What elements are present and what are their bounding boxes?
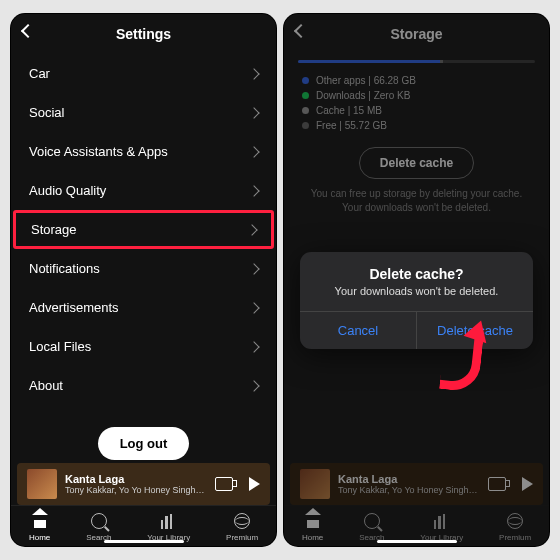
delete-cache-dialog: Delete cache? Your downloads won't be de… — [300, 252, 533, 349]
legend-item: Cache | 15 MB — [284, 103, 549, 118]
chevron-right-icon — [248, 185, 259, 196]
settings-row-audio-quality[interactable]: Audio Quality — [11, 171, 276, 210]
search-icon — [90, 512, 108, 530]
chevron-right-icon — [248, 263, 259, 274]
play-icon[interactable] — [522, 477, 533, 491]
legend-item: Downloads | Zero KB — [284, 88, 549, 103]
row-label: Advertisements — [29, 300, 119, 315]
nav-your-library[interactable]: Your Library — [147, 512, 190, 542]
chevron-right-icon — [246, 224, 257, 235]
home-icon — [31, 512, 49, 530]
row-label: Storage — [31, 222, 77, 237]
legend-item: Other apps | 66.28 GB — [284, 73, 549, 88]
dialog-cancel-button[interactable]: Cancel — [300, 312, 417, 349]
legend-text: Other apps | 66.28 GB — [316, 75, 416, 86]
legend-dot — [302, 122, 309, 129]
cache-note: You can free up storage by deleting your… — [284, 187, 549, 215]
header: Settings — [11, 14, 276, 54]
row-label: Local Files — [29, 339, 91, 354]
row-label: Social — [29, 105, 64, 120]
chevron-right-icon — [248, 146, 259, 157]
your-library-icon — [433, 512, 451, 530]
legend-dot — [302, 77, 309, 84]
track-title: Kanta Laga — [65, 473, 207, 485]
play-icon[interactable] — [249, 477, 260, 491]
now-playing-bar[interactable]: Kanta Laga Tony Kakkar, Yo Yo Honey Sing… — [290, 463, 543, 505]
dialog-title: Delete cache? — [300, 252, 533, 285]
chevron-right-icon — [248, 68, 259, 79]
storage-bar — [298, 60, 535, 63]
settings-row-about[interactable]: About — [11, 366, 276, 405]
header: Storage — [284, 14, 549, 54]
row-label: About — [29, 378, 63, 393]
page-title: Storage — [390, 26, 442, 42]
home-indicator — [377, 540, 457, 544]
row-label: Audio Quality — [29, 183, 106, 198]
row-label: Notifications — [29, 261, 100, 276]
premium-icon — [233, 512, 251, 530]
now-playing-bar[interactable]: Kanta Laga Tony Kakkar, Yo Yo Honey Sing… — [17, 463, 270, 505]
legend-text: Downloads | Zero KB — [316, 90, 410, 101]
settings-row-car[interactable]: Car — [11, 54, 276, 93]
chevron-right-icon — [248, 107, 259, 118]
logout-button[interactable]: Log out — [98, 427, 190, 460]
nav-label: Premium — [499, 533, 531, 542]
chevron-left-icon — [21, 24, 35, 38]
legend-dot — [302, 92, 309, 99]
album-art — [27, 469, 57, 499]
back-button[interactable] — [23, 26, 33, 36]
track-title: Kanta Laga — [338, 473, 480, 485]
album-art — [300, 469, 330, 499]
track-artist: Tony Kakkar, Yo Yo Honey Singh, Neha Ka — [338, 485, 480, 495]
legend-dot — [302, 107, 309, 114]
devices-icon[interactable] — [215, 477, 233, 491]
track-artist: Tony Kakkar, Yo Yo Honey Singh, Neha Ka — [65, 485, 207, 495]
chevron-right-icon — [248, 302, 259, 313]
legend-item: Free | 55.72 GB — [284, 118, 549, 133]
your-library-icon — [160, 512, 178, 530]
nav-home[interactable]: Home — [29, 512, 50, 542]
nav-premium[interactable]: Premium — [499, 512, 531, 542]
nav-label: Home — [29, 533, 50, 542]
settings-row-voice-assistants-apps[interactable]: Voice Assistants & Apps — [11, 132, 276, 171]
nav-label: Home — [302, 533, 323, 542]
devices-icon[interactable] — [488, 477, 506, 491]
chevron-right-icon — [248, 380, 259, 391]
home-icon — [304, 512, 322, 530]
chevron-right-icon — [248, 341, 259, 352]
row-label: Car — [29, 66, 50, 81]
settings-row-storage[interactable]: Storage — [13, 210, 274, 249]
legend-text: Free | 55.72 GB — [316, 120, 387, 131]
nav-premium[interactable]: Premium — [226, 512, 258, 542]
nav-home[interactable]: Home — [302, 512, 323, 542]
settings-screen: Settings CarSocialVoice Assistants & App… — [11, 14, 276, 546]
nav-your-library[interactable]: Your Library — [420, 512, 463, 542]
back-button[interactable] — [296, 26, 306, 36]
storage-screen: Storage Other apps | 66.28 GBDownloads |… — [284, 14, 549, 546]
legend-text: Cache | 15 MB — [316, 105, 382, 116]
home-indicator — [104, 540, 184, 544]
nav-search[interactable]: Search — [359, 512, 384, 542]
premium-icon — [506, 512, 524, 530]
page-title: Settings — [116, 26, 171, 42]
settings-row-local-files[interactable]: Local Files — [11, 327, 276, 366]
nav-search[interactable]: Search — [86, 512, 111, 542]
search-icon — [363, 512, 381, 530]
settings-row-social[interactable]: Social — [11, 93, 276, 132]
row-label: Voice Assistants & Apps — [29, 144, 168, 159]
nav-label: Premium — [226, 533, 258, 542]
dialog-message: Your downloads won't be deleted. — [300, 285, 533, 311]
settings-row-advertisements[interactable]: Advertisements — [11, 288, 276, 327]
dialog-confirm-button[interactable]: Delete cache — [417, 312, 533, 349]
settings-row-notifications[interactable]: Notifications — [11, 249, 276, 288]
chevron-left-icon — [294, 24, 308, 38]
delete-cache-button[interactable]: Delete cache — [359, 147, 474, 179]
